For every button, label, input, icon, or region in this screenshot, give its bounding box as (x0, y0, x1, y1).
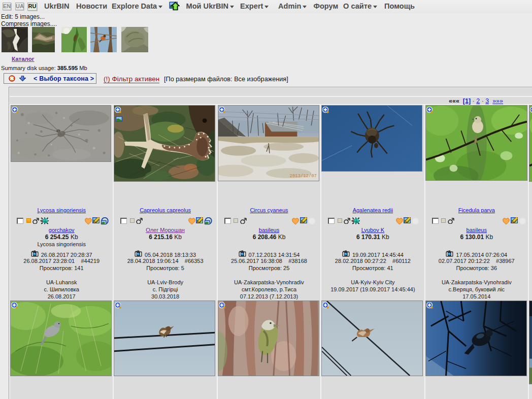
svg-text:2013/12/07: 2013/12/07 (289, 174, 316, 179)
